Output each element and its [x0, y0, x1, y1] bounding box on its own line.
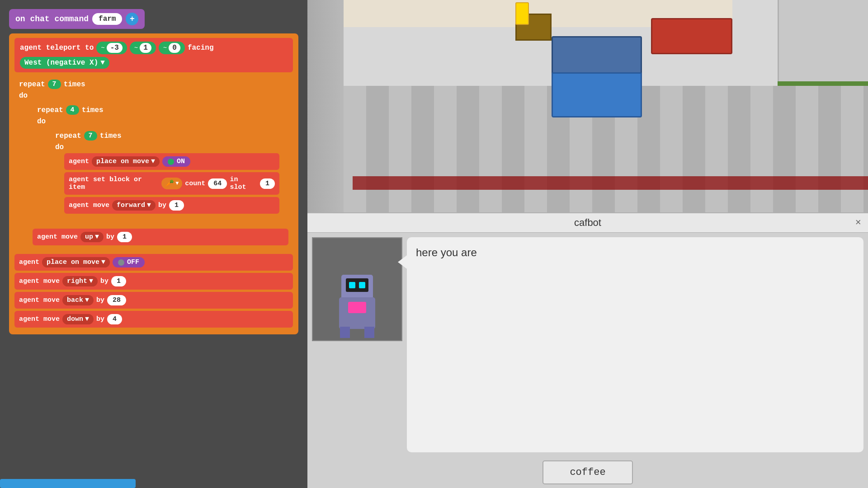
chevron-icon-1: ▼ [151, 158, 155, 165]
move-down-block[interactable]: agent move down ▼ by 4 [14, 311, 293, 328]
robot-chest [348, 302, 366, 313]
chat-command-block[interactable]: on chat command farm + [9, 9, 145, 29]
cafbot-message: here you are [416, 246, 477, 259]
by-label-1: by [158, 202, 166, 209]
bed-red [651, 18, 732, 54]
repeat-7i-count[interactable]: 7 [84, 131, 97, 141]
cafbot-input-area [307, 457, 868, 488]
back-dropdown[interactable]: back ▼ [62, 295, 94, 305]
facing-value: West (negative X) [24, 59, 98, 67]
by-label-right: by [100, 277, 108, 285]
set-block-block[interactable]: agent set block or item 🥕 ▼ count 64 in … [64, 172, 279, 195]
toggle-dot-on [168, 159, 174, 165]
times-label-2: times [82, 106, 104, 114]
repeat-4-count[interactable]: 4 [66, 105, 79, 115]
place-on-move-off-block[interactable]: agent place on move ▼ OFF [14, 254, 293, 271]
up-by-value[interactable]: 1 [117, 232, 132, 242]
facing-label: facing [188, 44, 214, 52]
agent-label-2: agent [19, 258, 39, 266]
chevron-icon-2: ▼ [101, 258, 105, 266]
do-label-1: do [19, 92, 288, 100]
agent-move-back: agent move [19, 296, 60, 304]
times-label-3: times [100, 132, 122, 140]
slot-value[interactable]: 1 [260, 178, 275, 189]
item-dropdown[interactable]: 🥕 ▼ [161, 178, 182, 189]
place-on-move-label-2: place on move [47, 258, 99, 266]
coffee-input[interactable] [542, 460, 633, 484]
down-dropdown[interactable]: down ▼ [62, 314, 94, 324]
main-outer-block: agent teleport to ~ -3 ~ 1 ~ 0 facing We… [9, 33, 298, 334]
robot-leg-right [364, 327, 374, 338]
add-button[interactable]: + [126, 13, 138, 25]
y-tilde[interactable]: ~ 1 [130, 42, 156, 54]
x-value[interactable]: -3 [107, 43, 123, 53]
by-label-back: by [96, 296, 104, 304]
right-chevron: ▼ [89, 277, 93, 285]
set-block-label: agent set block or item [69, 176, 159, 191]
place-on-move-dropdown-1[interactable]: place on move ▼ [92, 156, 160, 167]
repeat-7-count[interactable]: 7 [48, 80, 61, 89]
toggle-on[interactable]: ON [162, 156, 190, 167]
down-by-value[interactable]: 4 [107, 314, 122, 324]
chat-command-label: on chat command [15, 14, 89, 23]
move-forward-block[interactable]: agent move forward ▼ by 1 [64, 197, 279, 214]
robot-body [339, 297, 375, 329]
place-on-move-on-block[interactable]: agent place on move ▼ ON [64, 153, 279, 170]
robot-eyes [349, 282, 365, 288]
farm-value[interactable]: farm [92, 13, 122, 25]
close-button[interactable]: × [855, 217, 861, 229]
agent-move-label: agent move [69, 202, 109, 209]
forward-chevron: ▼ [147, 202, 151, 209]
agent-move-right: agent move [19, 277, 60, 285]
forward-label: forward [117, 202, 145, 209]
x-tilde[interactable]: ~ -3 [96, 42, 127, 54]
up-label: up [85, 233, 93, 241]
by-label-up: by [106, 233, 114, 241]
cafbot-content: here you are [307, 233, 868, 457]
agent-move-down: agent move [19, 315, 60, 323]
toggle-off-label: OFF [127, 258, 139, 266]
cafbot-panel: cafbot × [307, 212, 868, 488]
toggle-on-label: ON [177, 158, 185, 165]
forward-by-value[interactable]: 1 [169, 200, 184, 211]
code-panel: on chat command farm + agent teleport to… [0, 0, 307, 488]
robot-leg-left [340, 327, 350, 338]
forward-dropdown[interactable]: forward ▼ [112, 200, 156, 211]
back-by-value[interactable]: 28 [107, 295, 126, 305]
times-label: times [64, 80, 85, 89]
do-label-3: do [55, 143, 279, 151]
down-chevron: ▼ [85, 315, 89, 323]
robot-face [346, 278, 368, 292]
back-chevron: ▼ [85, 296, 89, 304]
bed-blue-bottom [552, 72, 642, 117]
repeat-4-header: repeat 4 times [37, 105, 284, 115]
by-label-down: by [96, 315, 104, 323]
count-value[interactable]: 64 [208, 178, 227, 189]
up-chevron: ▼ [95, 233, 99, 241]
move-right-block[interactable]: agent move right ▼ by 1 [14, 273, 293, 290]
down-label: down [67, 315, 83, 323]
right-by-value[interactable]: 1 [111, 276, 126, 286]
cafbot-header: cafbot × [307, 213, 868, 233]
right-dropdown[interactable]: right ▼ [62, 276, 98, 286]
move-up-block[interactable]: agent move up ▼ by 1 [33, 229, 288, 245]
item-chevron: ▼ [175, 180, 179, 187]
up-dropdown[interactable]: up ▼ [80, 232, 104, 242]
move-back-block[interactable]: agent move back ▼ by 28 [14, 292, 293, 309]
agent-move-up: agent move [37, 233, 78, 241]
game-view [307, 0, 868, 212]
agent-label-1: agent [69, 158, 89, 165]
repeat-7-inner-header: repeat 7 times [55, 131, 279, 141]
toggle-off[interactable]: OFF [113, 257, 145, 267]
plus-icon: + [130, 14, 135, 23]
facing-dropdown[interactable]: West (negative X) ▼ [20, 57, 109, 69]
z-tilde[interactable]: ~ 0 [159, 42, 185, 54]
place-on-move-dropdown-2[interactable]: place on move ▼ [42, 257, 110, 267]
repeat-4-block: repeat 4 times do repeat 7 times do agen… [33, 102, 288, 226]
teleport-block[interactable]: agent teleport to ~ -3 ~ 1 ~ 0 facing We… [14, 38, 293, 72]
right-label: right [67, 277, 87, 285]
z-value[interactable]: 0 [169, 43, 180, 53]
y-value[interactable]: 1 [140, 43, 151, 53]
bottom-bar [0, 479, 136, 488]
count-label: count [185, 180, 205, 188]
